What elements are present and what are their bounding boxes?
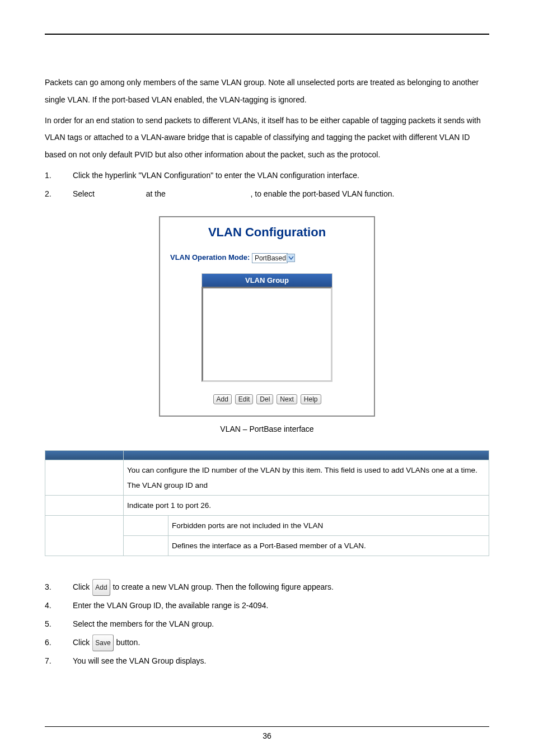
step-1-text: Click the hyperlink "VLAN Configuration"… [73, 167, 489, 184]
step-3-text: Click Add to create a new VLAN group. Th… [73, 578, 489, 596]
vlan-mode-label: VLAN Operation Mode: [170, 253, 250, 262]
row4-sub [124, 535, 168, 556]
step-2-text-c: , to enable the port-based VLAN function… [251, 189, 395, 198]
row1-object [45, 460, 124, 495]
add-button[interactable]: Add [213, 394, 232, 404]
next-button[interactable]: Next [277, 394, 297, 404]
step-6-number: 6. [45, 634, 73, 651]
step-3-number: 3. [45, 578, 73, 596]
vlan-group-header: VLAN Group [202, 273, 332, 287]
step-3-text-b: to create a new VLAN group. Then the fol… [113, 582, 333, 591]
step-6-text: Click Save button. [73, 634, 489, 651]
table-row: Forbidden ports are not included in the … [45, 515, 489, 535]
step-7-number: 7. [45, 652, 73, 670]
step-2-text: Select at the , to enable the port-based… [73, 185, 489, 203]
table-header-row [45, 450, 489, 460]
step-1: 1. Click the hyperlink "VLAN Configurati… [45, 167, 489, 184]
edit-button[interactable]: Edit [235, 394, 254, 404]
figure-caption: VLAN – PortBase interface [45, 424, 489, 433]
step-6: 6. Click Save button. [45, 634, 489, 651]
row3-desc: Forbidden ports are not included in the … [168, 515, 489, 535]
step-3: 3. Click Add to create a new VLAN group.… [45, 578, 489, 596]
figure-button-row: Add Edit Del Next Help [160, 392, 374, 416]
vlan-config-figure: VLAN Configuration VLAN Operation Mode: … [159, 216, 375, 417]
vlan-group-listbox[interactable] [202, 287, 332, 382]
step-2-number: 2. [45, 185, 73, 203]
figure-title: VLAN Configuration [160, 217, 374, 251]
vlan-mode-select[interactable]: PortBased [252, 253, 288, 263]
step-4-text: Enter the VLAN Group ID, the available r… [73, 597, 489, 614]
step-2: 2. Select at the , to enable the port-ba… [45, 185, 489, 203]
row2-object [45, 495, 124, 515]
help-button[interactable]: Help [301, 394, 321, 404]
row1-desc: You can configure the ID number of the V… [124, 460, 489, 495]
th-object [45, 450, 124, 460]
row2-desc: Indicate port 1 to port 26. [124, 495, 489, 515]
bottom-rule [45, 726, 489, 727]
step-5-number: 5. [45, 615, 73, 633]
step-5: 5. Select the members for the VLAN group… [45, 615, 489, 633]
vlan-mode-value: PortBased [255, 254, 286, 262]
table-row: You can configure the ID number of the V… [45, 460, 489, 495]
page-number: 36 [0, 731, 534, 740]
intro-para-2: In order for an end station to send pack… [45, 112, 489, 164]
th-description [124, 450, 489, 460]
del-button[interactable]: Del [256, 394, 273, 404]
inline-save-button[interactable]: Save [92, 634, 113, 651]
row3-object [45, 515, 124, 556]
chevron-down-icon[interactable] [287, 254, 295, 262]
vlan-group-panel: VLAN Group [202, 273, 332, 382]
step-7: 7. You will see the VLAN Group displays. [45, 652, 489, 670]
step-2-text-b: at the [146, 189, 166, 198]
step-2-text-a: Select [73, 189, 95, 198]
row4-desc: Defines the interface as a Port-Based me… [168, 535, 489, 556]
step-4-number: 4. [45, 597, 73, 614]
step-1-number: 1. [45, 167, 73, 184]
vlan-mode-row: VLAN Operation Mode: PortBased [160, 251, 374, 273]
step-6-text-b: button. [116, 638, 140, 647]
parameter-table: You can configure the ID number of the V… [45, 450, 489, 556]
row3-sub [124, 515, 168, 535]
top-rule [45, 34, 489, 35]
inline-add-button[interactable]: Add [92, 579, 110, 596]
step-3-text-a: Click [73, 582, 92, 591]
step-7-text: You will see the VLAN Group displays. [73, 652, 489, 670]
step-4: 4. Enter the VLAN Group ID, the availabl… [45, 597, 489, 614]
step-5-text: Select the members for the VLAN group. [73, 615, 489, 633]
step-6-text-a: Click [73, 638, 92, 647]
intro-para-1: Packets can go among only members of the… [45, 74, 489, 109]
table-row: Indicate port 1 to port 26. [45, 495, 489, 515]
